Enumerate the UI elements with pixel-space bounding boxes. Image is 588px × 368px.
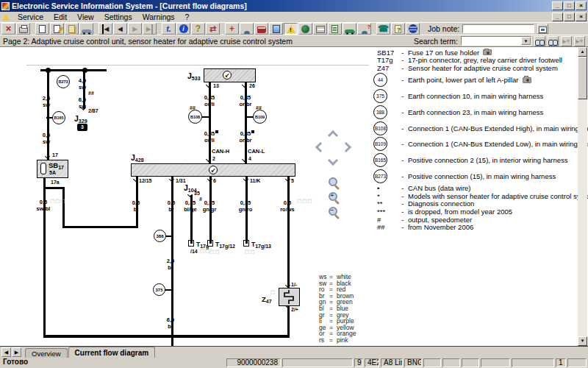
scrollbar-thumb[interactable] [578, 57, 587, 99]
camera-icon[interactable] [523, 77, 531, 83]
wire-label: 0,5bl [123, 200, 148, 213]
previous-record-button[interactable]: ◀ [113, 23, 127, 35]
span: or/li [197, 138, 222, 144]
zoom-in-icon[interactable]: + [328, 191, 341, 205]
pan-right-icon[interactable] [341, 142, 351, 152]
chevron-down-icon[interactable]: ▼ [521, 37, 531, 45]
find-button[interactable] [534, 36, 545, 46]
job-note-input[interactable] [462, 24, 534, 33]
legend-circle-symbol: B109 [373, 137, 387, 151]
connector-t17g-14-symbol [188, 240, 194, 247]
menu-item-service[interactable]: Service [12, 13, 49, 21]
pan-up-icon[interactable] [328, 130, 338, 141]
first-record-button[interactable]: ◀ [98, 23, 112, 35]
connection-b108: B108 [188, 110, 202, 124]
tab-scroll-left-button[interactable]: ◀ [1, 347, 11, 357]
pan-down-icon[interactable] [328, 155, 338, 166]
new-document-button[interactable] [35, 23, 49, 35]
mdi-restore-button[interactable]: □ [564, 13, 575, 21]
restore-button[interactable]: □ [564, 1, 575, 10]
repair-manual-button[interactable] [254, 23, 268, 35]
repair-manual-icon [257, 26, 266, 33]
exit-button[interactable]: × [1, 23, 15, 35]
status-cell: BNG [404, 358, 422, 367]
pin-label: 11/K [250, 178, 260, 184]
first-record-icon: ◀ [102, 24, 109, 34]
search-combobox[interactable]: ▼ [461, 36, 531, 46]
documents-panel-button[interactable] [269, 23, 283, 35]
last-record-button[interactable]: ▶ [143, 23, 157, 35]
warnings-icon [287, 25, 295, 33]
earth-388: 388 [154, 230, 166, 242]
online-portal-button[interactable] [406, 23, 420, 35]
pin-label: 12/15 [139, 178, 152, 184]
vehicle-history-button[interactable] [343, 23, 356, 35]
legend-circle-symbol: 388 [373, 105, 387, 119]
menu-item-settings[interactable]: Settings [99, 13, 137, 21]
legend-separator: - [401, 208, 408, 216]
legend-row: Z47-Sensor heater for adaptive cruise co… [373, 64, 577, 72]
pin-label: 35 [194, 191, 200, 197]
copy-document-button[interactable] [65, 23, 79, 35]
warnings-button[interactable] [284, 23, 298, 35]
mdi-minimize-button[interactable]: _ [552, 13, 563, 21]
help-topic-button[interactable]: ? [191, 23, 205, 35]
text-version-button[interactable]: t. [162, 23, 176, 35]
span: or/br [233, 102, 258, 108]
faq-button[interactable] [391, 23, 405, 35]
legend-symbol: *** [373, 208, 401, 216]
menu-item-view[interactable]: View [72, 13, 99, 21]
user-help-button[interactable] [357, 23, 371, 35]
minimize-button[interactable]: _ [552, 1, 563, 10]
legend-symbol: Z47 [373, 64, 401, 72]
tab-overview[interactable]: Overview [25, 348, 68, 358]
menu-item-q[interactable]: ? [180, 13, 195, 21]
pin-label: 2/+ [291, 307, 298, 313]
status-cell [462, 358, 479, 367]
mdi-close-button[interactable]: × [576, 13, 587, 21]
legend-description: output, speedometer [408, 216, 472, 224]
info-button[interactable]: i [176, 23, 190, 35]
continuation-icon: ↙ [223, 71, 232, 79]
archive-icon [316, 26, 325, 33]
hotline-button[interactable]: ☎ [376, 23, 390, 35]
status-cell [512, 358, 554, 367]
service-notes-button[interactable] [328, 23, 342, 35]
zoom-out-icon[interactable]: − [328, 206, 341, 219]
next-record-button[interactable]: ▶ [128, 23, 142, 35]
tab-scroll-right-button[interactable]: ▶ [12, 347, 21, 357]
legend-description: is dropped, from model year 2005 [408, 208, 512, 216]
toolbar: ×◀◀▶▶t.i?⇄+☎ Job note: [0, 22, 588, 35]
exit-icon: × [6, 24, 12, 33]
archive-button[interactable] [313, 23, 327, 35]
globe-icon [301, 25, 309, 33]
scroll-down-button[interactable]: ▼ [578, 336, 587, 346]
close-button[interactable]: × [576, 1, 587, 10]
pan-left-icon[interactable] [315, 142, 326, 152]
menu-item-warnings[interactable]: Warnings [137, 13, 180, 21]
append-search-back-button[interactable]: ▸+ [574, 36, 585, 46]
customer-data-button[interactable] [240, 23, 254, 35]
msym-element: + [331, 193, 334, 199]
wire-label: 0,5ro/ws [275, 200, 300, 213]
zoom-reset-icon[interactable] [328, 177, 341, 190]
print-button[interactable] [16, 23, 30, 35]
edit-document-button[interactable] [50, 23, 64, 35]
wire-label: 0,35or/br [233, 95, 258, 107]
toggle-compare-button[interactable]: ⇄ [206, 23, 220, 35]
append-search-forward-button[interactable]: ▸+ [561, 36, 572, 46]
scroll-up-button[interactable]: ▲ [578, 47, 587, 57]
find-next-button[interactable] [548, 36, 559, 46]
tab-current-flow-diagram[interactable]: Current flow diagram [68, 347, 156, 358]
menu-item-edit[interactable]: Edit [49, 13, 72, 21]
edit-document-icon [54, 25, 60, 33]
globe-button[interactable] [298, 23, 312, 35]
parts-cross-reference-button[interactable]: + [225, 23, 239, 35]
vehicle-selection-button[interactable] [79, 23, 93, 35]
legend-symbol: * [373, 192, 401, 200]
sub-element: 17 [58, 165, 64, 170]
camera-icon[interactable] [483, 49, 492, 55]
legend-scrollbar[interactable]: ▲ ▼ [578, 47, 587, 346]
job-note-detail-button[interactable] [537, 24, 548, 34]
legend-description: Earth point, lower part of left A-pillar [408, 76, 519, 84]
